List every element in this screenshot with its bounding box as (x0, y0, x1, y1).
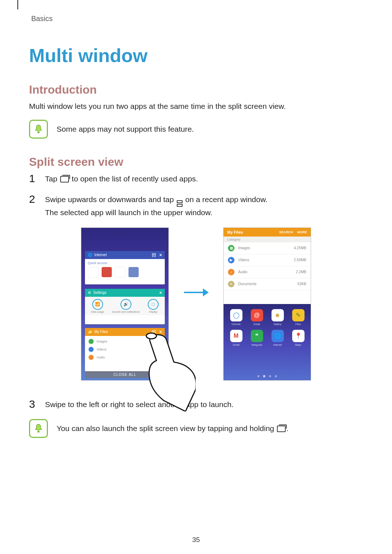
category-label: Audio (97, 356, 105, 359)
split-upper-pane: My Files SEARCH MORE Category ▦Images4.2… (224, 228, 311, 304)
crop-mark (17, 0, 18, 9)
close-icon: × (159, 253, 162, 258)
arrow-right-icon (183, 287, 209, 299)
page-title: Multi window (29, 45, 363, 66)
step-number: 3 (29, 399, 38, 411)
note-text: Some apps may not support this feature. (57, 125, 194, 134)
list-item-meta: 4.25MB (294, 246, 306, 250)
figure-split-screen: 🌐Internet × Quick access ⚙Settings × (29, 227, 363, 381)
note2-pre: You can also launch the split screen vie… (57, 424, 276, 432)
bell-icon (33, 423, 44, 434)
split-view-icon (177, 200, 183, 207)
recents-card-myfiles: 📁My Files × Images Videos Audio (85, 328, 165, 372)
step-number: 1 (29, 173, 38, 185)
page-number: 35 (0, 536, 392, 544)
bell-icon (33, 124, 44, 134)
running-head: Basics (31, 15, 363, 23)
note2-post: . (286, 424, 289, 432)
svg-marker-3 (203, 288, 209, 296)
step-1: 1 Tap to open the list of recently used … (29, 173, 363, 185)
note-row: You can also launch the split screen vie… (29, 419, 363, 438)
app-label: Maps (295, 344, 301, 346)
category-label: Videos (97, 348, 106, 351)
svg-point-0 (38, 131, 40, 133)
quick-access-label: Quick access (88, 261, 107, 265)
figure-phone-recents: 🌐Internet × Quick access ⚙Settings × (81, 227, 169, 381)
close-icon: × (159, 290, 162, 295)
section-heading-introduction: Introduction (29, 83, 363, 97)
settings-item: Display (149, 311, 158, 313)
note-icon (29, 120, 48, 139)
list-item-meta: 53KB (298, 282, 306, 286)
settings-item: Sounds and notifications (112, 311, 140, 313)
note-icon (29, 419, 48, 438)
card-title: Settings (93, 291, 106, 295)
page-indicator (227, 375, 307, 377)
section-heading-split: Split screen view (29, 155, 363, 169)
step-2-line2: The selected app will launch in the uppe… (45, 208, 212, 217)
recent-apps-icon (277, 426, 286, 432)
category-header: Category (224, 237, 311, 242)
app-label: Files (295, 323, 301, 325)
manual-page: Basics Multi window Introduction Multi w… (0, 0, 392, 554)
split-view-icon (152, 330, 156, 334)
step-3: 3 Swipe to the left or right to select a… (29, 399, 363, 411)
step-2-text-pre: Swipe upwards or downwards and tap (45, 195, 176, 204)
list-item: Videos (238, 258, 249, 262)
list-item: Audio (238, 270, 248, 274)
list-item-meta: 2.2MB (296, 270, 306, 274)
svg-point-4 (38, 431, 40, 432)
intro-body: Multi window lets you run two apps at th… (29, 101, 363, 112)
step-3-text: Swipe to the left or right to select ano… (45, 399, 363, 411)
step-2: 2 Swipe upwards or downwards and tap on … (29, 194, 363, 219)
settings-item: Data usage (91, 311, 104, 313)
app-label: Hangouts (252, 344, 262, 346)
recents-card-settings: ⚙Settings × 📶Data usage 🔊Sounds and noti… (85, 289, 165, 324)
close-all-button: CLOSE ALL (85, 371, 165, 378)
step-number: 2 (29, 194, 38, 219)
recent-apps-icon (60, 176, 69, 182)
app-label: Gmail (233, 344, 239, 346)
split-lower-pane: ◯Chrome @Email ☻Gallery ✎Files MGmail ❝H… (224, 304, 311, 380)
card-title: Internet (94, 253, 107, 257)
app-label: Chrome (232, 323, 241, 325)
recents-card-internet: 🌐Internet × Quick access (85, 251, 165, 284)
app-label: Email (254, 323, 260, 325)
more-label: MORE (297, 230, 307, 234)
list-item: Images (238, 246, 250, 250)
steps-list-continued: 3 Swipe to the left or right to select a… (29, 399, 363, 411)
steps-list: 1 Tap to open the list of recently used … (29, 173, 363, 218)
step-1-text-pre: Tap (45, 175, 60, 183)
pane-title: My Files (227, 230, 243, 234)
list-item: Documents (238, 282, 257, 286)
split-view-icon (152, 253, 156, 257)
app-label: Gallery (273, 323, 281, 325)
list-item-meta: 2.58MB (294, 258, 306, 262)
step-2-text-post: on a recent app window. (185, 195, 268, 204)
category-label: Images (97, 340, 107, 343)
card-title: My Files (94, 330, 108, 334)
search-label: SEARCH (279, 230, 293, 234)
close-icon: × (159, 329, 162, 335)
step-1-text-post: to open the list of recently used apps. (72, 175, 198, 183)
app-grid: ◯Chrome @Email ☻Gallery ✎Files MGmail ❝H… (227, 309, 307, 346)
note-row: Some apps may not support this feature. (29, 120, 363, 139)
figure-phone-split: My Files SEARCH MORE Category ▦Images4.2… (223, 227, 311, 381)
note-text: You can also launch the split screen vie… (57, 424, 289, 433)
app-label: Internet (273, 344, 282, 346)
